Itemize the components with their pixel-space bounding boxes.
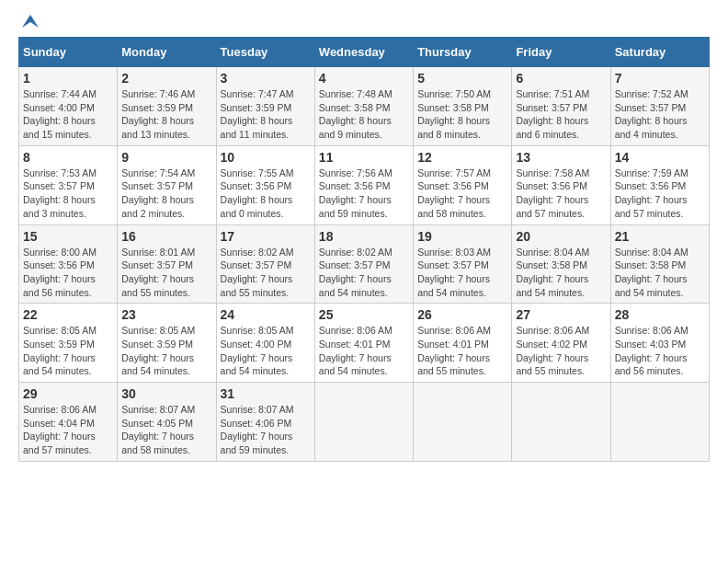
day-number: 16 [121, 229, 211, 244]
calendar-cell: 24Sunrise: 8:05 AM Sunset: 4:00 PM Dayli… [216, 304, 314, 383]
day-detail: Sunrise: 8:02 AM Sunset: 3:57 PM Dayligh… [221, 246, 311, 300]
day-detail: Sunrise: 8:06 AM Sunset: 4:04 PM Dayligh… [23, 403, 113, 457]
calendar-cell [414, 383, 512, 462]
logo-bird-icon [20, 11, 40, 31]
day-detail: Sunrise: 7:54 AM Sunset: 3:57 PM Dayligh… [121, 167, 211, 221]
day-number: 6 [516, 71, 606, 86]
calendar-cell: 19Sunrise: 8:03 AM Sunset: 3:57 PM Dayli… [414, 224, 512, 304]
weekday-header-friday: Friday [512, 38, 610, 67]
calendar-cell: 30Sunrise: 8:07 AM Sunset: 4:05 PM Dayli… [118, 383, 216, 462]
day-number: 3 [221, 71, 311, 86]
day-detail: Sunrise: 8:06 AM Sunset: 4:02 PM Dayligh… [516, 324, 606, 378]
day-detail: Sunrise: 8:01 AM Sunset: 3:57 PM Dayligh… [121, 246, 211, 300]
day-number: 15 [23, 229, 113, 244]
day-number: 4 [319, 71, 409, 86]
calendar-week-row: 22Sunrise: 8:05 AM Sunset: 3:59 PM Dayli… [19, 304, 710, 383]
day-detail: Sunrise: 8:06 AM Sunset: 4:03 PM Dayligh… [615, 324, 705, 378]
calendar-cell: 18Sunrise: 8:02 AM Sunset: 3:57 PM Dayli… [314, 224, 413, 304]
day-detail: Sunrise: 8:04 AM Sunset: 3:58 PM Dayligh… [516, 246, 606, 300]
day-detail: Sunrise: 8:05 AM Sunset: 3:59 PM Dayligh… [23, 324, 113, 378]
day-number: 9 [121, 150, 211, 165]
day-number: 2 [121, 71, 211, 86]
calendar-cell: 4Sunrise: 7:48 AM Sunset: 3:58 PM Daylig… [314, 67, 413, 146]
calendar-cell: 17Sunrise: 8:02 AM Sunset: 3:57 PM Dayli… [216, 224, 314, 304]
calendar-cell [610, 383, 709, 462]
weekday-header-tuesday: Tuesday [216, 38, 314, 67]
day-number: 10 [221, 150, 311, 165]
calendar-cell: 2Sunrise: 7:46 AM Sunset: 3:59 PM Daylig… [118, 67, 216, 146]
calendar-cell: 22Sunrise: 8:05 AM Sunset: 3:59 PM Dayli… [19, 304, 118, 383]
day-detail: Sunrise: 8:05 AM Sunset: 3:59 PM Dayligh… [121, 324, 211, 378]
calendar-cell: 20Sunrise: 8:04 AM Sunset: 3:58 PM Dayli… [512, 224, 610, 304]
day-detail: Sunrise: 7:52 AM Sunset: 3:57 PM Dayligh… [615, 87, 705, 142]
calendar-cell: 11Sunrise: 7:56 AM Sunset: 3:56 PM Dayli… [314, 145, 413, 224]
calendar-cell: 29Sunrise: 8:06 AM Sunset: 4:04 PM Dayli… [19, 383, 118, 462]
calendar-cell: 25Sunrise: 8:06 AM Sunset: 4:01 PM Dayli… [314, 304, 413, 383]
weekday-header-row: SundayMondayTuesdayWednesdayThursdayFrid… [19, 38, 710, 67]
weekday-header-thursday: Thursday [414, 38, 512, 67]
day-number: 1 [23, 71, 113, 86]
page-header [18, 18, 710, 28]
calendar-week-row: 8Sunrise: 7:53 AM Sunset: 3:57 PM Daylig… [19, 145, 710, 224]
calendar-cell: 10Sunrise: 7:55 AM Sunset: 3:56 PM Dayli… [216, 145, 314, 224]
day-detail: Sunrise: 8:00 AM Sunset: 3:56 PM Dayligh… [23, 246, 113, 300]
calendar-cell: 9Sunrise: 7:54 AM Sunset: 3:57 PM Daylig… [118, 145, 216, 224]
day-number: 25 [319, 307, 409, 322]
calendar-cell: 23Sunrise: 8:05 AM Sunset: 3:59 PM Dayli… [118, 304, 216, 383]
day-detail: Sunrise: 7:53 AM Sunset: 3:57 PM Dayligh… [23, 167, 113, 221]
calendar-cell: 8Sunrise: 7:53 AM Sunset: 3:57 PM Daylig… [19, 145, 118, 224]
day-number: 22 [23, 307, 113, 322]
day-number: 7 [615, 71, 705, 86]
calendar-cell: 5Sunrise: 7:50 AM Sunset: 3:58 PM Daylig… [414, 67, 512, 146]
day-detail: Sunrise: 8:06 AM Sunset: 4:01 PM Dayligh… [417, 324, 507, 378]
calendar-cell [512, 383, 610, 462]
day-detail: Sunrise: 8:04 AM Sunset: 3:58 PM Dayligh… [615, 246, 705, 300]
logo [18, 18, 40, 28]
day-number: 28 [615, 307, 705, 322]
calendar-cell: 21Sunrise: 8:04 AM Sunset: 3:58 PM Dayli… [610, 224, 709, 304]
day-detail: Sunrise: 8:07 AM Sunset: 4:05 PM Dayligh… [121, 403, 211, 457]
calendar-cell: 16Sunrise: 8:01 AM Sunset: 3:57 PM Dayli… [118, 224, 216, 304]
day-detail: Sunrise: 7:51 AM Sunset: 3:57 PM Dayligh… [516, 87, 606, 142]
day-number: 8 [23, 150, 113, 165]
day-number: 17 [221, 229, 311, 244]
calendar-cell: 3Sunrise: 7:47 AM Sunset: 3:59 PM Daylig… [216, 67, 314, 146]
day-detail: Sunrise: 7:57 AM Sunset: 3:56 PM Dayligh… [417, 167, 507, 221]
calendar-week-row: 29Sunrise: 8:06 AM Sunset: 4:04 PM Dayli… [19, 383, 710, 462]
day-detail: Sunrise: 7:58 AM Sunset: 3:56 PM Dayligh… [516, 167, 606, 221]
day-number: 5 [417, 71, 507, 86]
weekday-header-monday: Monday [118, 38, 216, 67]
calendar-cell: 12Sunrise: 7:57 AM Sunset: 3:56 PM Dayli… [414, 145, 512, 224]
day-detail: Sunrise: 7:50 AM Sunset: 3:58 PM Dayligh… [417, 87, 507, 142]
day-number: 27 [516, 307, 606, 322]
calendar-cell: 1Sunrise: 7:44 AM Sunset: 4:00 PM Daylig… [19, 67, 118, 146]
calendar-cell: 7Sunrise: 7:52 AM Sunset: 3:57 PM Daylig… [610, 67, 709, 146]
day-number: 29 [23, 386, 113, 401]
calendar-week-row: 15Sunrise: 8:00 AM Sunset: 3:56 PM Dayli… [19, 224, 710, 304]
day-number: 20 [516, 229, 606, 244]
day-number: 14 [615, 150, 705, 165]
calendar-cell: 28Sunrise: 8:06 AM Sunset: 4:03 PM Dayli… [610, 304, 709, 383]
weekday-header-sunday: Sunday [19, 38, 118, 67]
day-detail: Sunrise: 8:07 AM Sunset: 4:06 PM Dayligh… [221, 403, 311, 457]
calendar-cell: 31Sunrise: 8:07 AM Sunset: 4:06 PM Dayli… [216, 383, 314, 462]
day-number: 19 [417, 229, 507, 244]
calendar-week-row: 1Sunrise: 7:44 AM Sunset: 4:00 PM Daylig… [19, 67, 710, 146]
day-detail: Sunrise: 8:05 AM Sunset: 4:00 PM Dayligh… [221, 324, 311, 378]
day-number: 30 [121, 386, 211, 401]
day-detail: Sunrise: 7:44 AM Sunset: 4:00 PM Dayligh… [23, 87, 113, 142]
day-detail: Sunrise: 7:48 AM Sunset: 3:58 PM Dayligh… [319, 87, 409, 142]
day-number: 31 [221, 386, 311, 401]
day-number: 11 [319, 150, 409, 165]
day-number: 24 [221, 307, 311, 322]
day-detail: Sunrise: 8:02 AM Sunset: 3:57 PM Dayligh… [319, 246, 409, 300]
day-detail: Sunrise: 7:46 AM Sunset: 3:59 PM Dayligh… [121, 87, 211, 142]
calendar-cell: 14Sunrise: 7:59 AM Sunset: 3:56 PM Dayli… [610, 145, 709, 224]
calendar-cell: 6Sunrise: 7:51 AM Sunset: 3:57 PM Daylig… [512, 67, 610, 146]
day-detail: Sunrise: 8:03 AM Sunset: 3:57 PM Dayligh… [417, 246, 507, 300]
day-number: 18 [319, 229, 409, 244]
calendar-cell: 27Sunrise: 8:06 AM Sunset: 4:02 PM Dayli… [512, 304, 610, 383]
day-detail: Sunrise: 7:59 AM Sunset: 3:56 PM Dayligh… [615, 167, 705, 221]
day-detail: Sunrise: 7:56 AM Sunset: 3:56 PM Dayligh… [319, 167, 409, 221]
day-number: 21 [615, 229, 705, 244]
